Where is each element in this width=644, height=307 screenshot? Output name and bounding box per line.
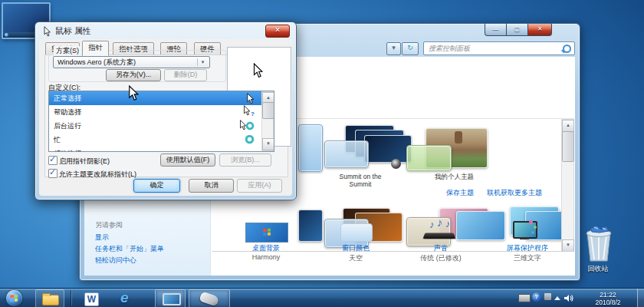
- theme-summit-front-glass: [324, 140, 369, 168]
- ie-icon: e: [120, 289, 129, 306]
- delete-button[interactable]: 删除(D): [164, 69, 207, 81]
- minimize-button[interactable]: —: [485, 24, 507, 36]
- desktop-background-value: Harmony: [232, 253, 301, 261]
- desktop-background-link[interactable]: 桌面背景: [232, 243, 301, 253]
- scheme-group-label: 方案(S): [54, 46, 81, 56]
- taskbar-word-button[interactable]: W: [77, 289, 106, 307]
- dialog-client-area: 鼠标键 指针 指针选项 滑轮 硬件 方案(S) Windows Aero (系统…: [39, 39, 292, 196]
- enable-shadow-label: 启用指针阴影(E): [59, 157, 110, 167]
- scroll-up-icon[interactable]: ▲: [562, 120, 574, 132]
- recycle-bin-label: 回收站: [579, 264, 617, 274]
- window-color-value: 天空: [321, 253, 390, 263]
- allow-theme-label: 允许主题更改鼠标指针(L): [59, 170, 136, 180]
- enable-shadow-checkbox[interactable]: ✓: [48, 156, 58, 165]
- mouse-icon: [199, 292, 220, 307]
- caption-buttons: — ▢ ✕: [485, 24, 552, 35]
- clock-date: 2010/8/2: [581, 299, 635, 306]
- search-placeholder: 搜索控制面板: [429, 44, 470, 54]
- mouse-properties-dialog: 鼠标 属性 ✕ 鼠标键 指针 指针选项 滑轮 硬件 方案(S) Windows …: [34, 21, 297, 200]
- close-button[interactable]: ✕: [527, 24, 552, 36]
- recycle-bin-icon: [581, 223, 616, 264]
- pointer-list[interactable]: 正常选择 帮助选择 ? 后台运行 忙: [48, 91, 274, 152]
- scheme-combobox[interactable]: Windows Aero (系统方案) ▾: [53, 56, 210, 68]
- network-tray-icon[interactable]: [544, 293, 551, 300]
- refresh-button[interactable]: ↻: [402, 42, 419, 55]
- show-hidden-icons-button[interactable]: [554, 296, 560, 300]
- taskbar-separator: [71, 290, 71, 305]
- theme-personal-front-glass: [406, 145, 452, 171]
- list-item-working-background[interactable]: 后台运行: [49, 119, 262, 133]
- list-item-help-select[interactable]: 帮助选择 ?: [49, 105, 262, 119]
- window-color-link[interactable]: 窗口颜色: [321, 243, 390, 253]
- arrow-cursor-icon: [246, 93, 255, 104]
- list-scroll-down-icon[interactable]: ▼: [262, 138, 274, 150]
- allow-theme-checkbox[interactable]: ✓: [48, 169, 58, 178]
- theme-unsaved-partial[interactable]: [298, 124, 323, 172]
- themes-scrollbar[interactable]: ▲ ▼: [561, 119, 574, 252]
- list-item-normal-select[interactable]: 正常选择: [49, 91, 262, 105]
- taskbar: W e ? 21:22 2010/8/2: [0, 288, 644, 307]
- cancel-button[interactable]: 取消: [189, 179, 234, 193]
- folder-icon: [42, 295, 59, 305]
- address-dropdown-button[interactable]: ▾: [386, 42, 401, 55]
- tab-pointers[interactable]: 指针: [82, 41, 109, 56]
- keyboard-tray-icon[interactable]: [518, 294, 531, 302]
- window-color-icon[interactable]: [340, 223, 373, 242]
- sounds-value: 传统 (已修改): [406, 253, 475, 263]
- sounds-link[interactable]: 声音: [406, 243, 475, 253]
- list-scrollbar-thumb[interactable]: [262, 102, 274, 119]
- word-icon: W: [84, 292, 99, 306]
- busy-cursor-icon: [245, 134, 255, 144]
- dialog-mouse-icon: [42, 26, 52, 37]
- tray-clock[interactable]: 21:22 2010/8/2: [581, 291, 635, 306]
- desktop-background-icon[interactable]: [245, 223, 288, 243]
- ok-button[interactable]: 确定: [133, 179, 180, 193]
- list-item-busy[interactable]: 忙: [49, 133, 262, 147]
- see-also-header: 另请参阅: [95, 220, 123, 230]
- preview-arrow-cursor-icon: [253, 63, 263, 78]
- desktop: — ▢ ✕ ▾ ↻ 搜索控制面板 ? 视觉效果和声音 改桌面背景、窗口颜色、声音…: [0, 0, 644, 307]
- mouse-cursor: [128, 85, 139, 101]
- maximize-button[interactable]: ▢: [506, 24, 528, 36]
- sidebar-item-display[interactable]: 显示: [95, 233, 109, 243]
- get-more-themes-link[interactable]: 联机获取更多主题: [487, 188, 542, 198]
- language-tray-icon[interactable]: ?: [532, 292, 541, 302]
- pointer-list-scrollbar[interactable]: ▲ ▼: [261, 91, 274, 151]
- theme-summit-label: Summit on the: [322, 173, 399, 180]
- browse-button[interactable]: 浏览(B)...: [219, 154, 271, 167]
- search-input[interactable]: 搜索控制面板: [423, 41, 575, 55]
- taskbar-mouse-button[interactable]: [189, 289, 230, 307]
- display-icon: [163, 293, 181, 305]
- scrollbar-thumb[interactable]: [562, 131, 574, 162]
- search-icon: [563, 45, 571, 53]
- dialog-close-button[interactable]: ✕: [265, 25, 290, 38]
- dialog-title: 鼠标 属性: [55, 25, 91, 37]
- save-theme-link[interactable]: 保存主题: [446, 188, 474, 198]
- show-desktop-button[interactable]: [637, 289, 644, 307]
- volume-tray-icon[interactable]: [564, 294, 574, 302]
- scroll-down-icon[interactable]: ▼: [562, 239, 574, 252]
- start-button[interactable]: [6, 290, 22, 306]
- scheme-selected-value: Windows Aero (系统方案): [58, 58, 136, 66]
- taskbar-ie-button[interactable]: e: [113, 289, 143, 307]
- screensaver-value: 三维文字: [493, 253, 562, 263]
- horse-rider-shape: [455, 131, 462, 144]
- sidebar-item-ease-of-access[interactable]: 轻松访问中心: [95, 256, 136, 266]
- clock-time: 21:22: [581, 291, 635, 299]
- save-as-button[interactable]: 另存为(V)...: [106, 69, 161, 81]
- apply-button[interactable]: 应用(A): [237, 179, 282, 193]
- theme-summit-label2: Summit: [322, 180, 399, 188]
- taskbar-personalization-button[interactable]: [155, 289, 186, 307]
- combo-dropdown-icon[interactable]: ▾: [197, 58, 208, 66]
- list-item-precision-select[interactable]: 精确选择: [49, 147, 262, 152]
- mini-start-orb-icon: [5, 33, 8, 37]
- screensaver-link[interactable]: 屏幕保护程序: [493, 243, 562, 253]
- use-default-button[interactable]: 使用默认值(F): [160, 154, 215, 167]
- summit-logo-icon: [391, 159, 401, 169]
- taskbar-explorer-button[interactable]: [35, 289, 64, 307]
- theme-personal-label: 我的个人主题: [418, 173, 491, 180]
- windows-flag-icon: [10, 295, 18, 302]
- sidebar-item-taskbar-startmenu[interactable]: 任务栏和「开始」菜单: [95, 244, 164, 254]
